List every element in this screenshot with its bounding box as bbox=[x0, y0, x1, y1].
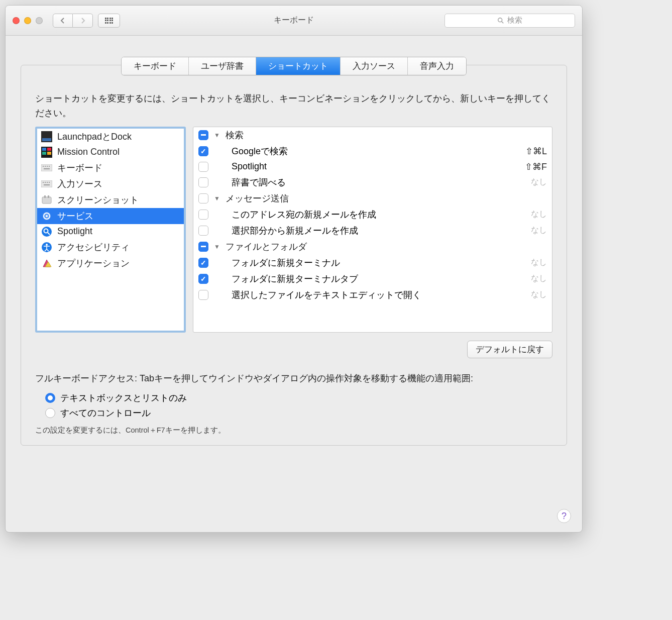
svg-rect-15 bbox=[41, 180, 52, 187]
item-checkbox[interactable] bbox=[198, 226, 208, 236]
shortcut-item-2-0[interactable]: フォルダに新規ターミナルなし bbox=[193, 255, 552, 271]
window-title: キーボード bbox=[274, 15, 314, 26]
tab-2[interactable]: ショートカット bbox=[256, 57, 341, 75]
main-panel: キーボードユーザ辞書ショートカット入力ソース音声入力 ショートカットを変更するに… bbox=[21, 65, 567, 446]
shortcut-item-2-2[interactable]: 選択したファイルをテキストエディットで開くなし bbox=[193, 287, 552, 303]
item-shortcut[interactable]: なし bbox=[531, 225, 547, 236]
svg-rect-19 bbox=[49, 182, 50, 183]
svg-rect-11 bbox=[45, 166, 46, 167]
svg-rect-17 bbox=[45, 182, 46, 183]
svg-rect-13 bbox=[49, 166, 50, 167]
spotlight-icon bbox=[41, 226, 52, 237]
item-label: 選択したファイルをテキストエディットで開く bbox=[213, 289, 526, 301]
tab-4[interactable]: 音声入力 bbox=[408, 57, 466, 75]
shortcut-item-1-1[interactable]: 選択部分から新規メールを作成なし bbox=[193, 223, 552, 239]
help-button[interactable]: ? bbox=[557, 509, 571, 523]
item-shortcut[interactable]: なし bbox=[531, 209, 547, 220]
item-checkbox[interactable] bbox=[198, 162, 208, 172]
group-label: 検索 bbox=[226, 129, 244, 141]
shortcut-list[interactable]: ▼検索Googleで検索⇧⌘LSpotlight⇧⌘F辞書で調べるなし▼メッセー… bbox=[193, 127, 552, 333]
mission-icon bbox=[41, 147, 52, 158]
item-label: 辞書で調べる bbox=[213, 176, 526, 188]
svg-rect-7 bbox=[42, 152, 46, 155]
category-item-4[interactable]: スクリーンショット bbox=[37, 192, 184, 208]
group-label: メッセージ送信 bbox=[226, 192, 289, 204]
category-label: 入力ソース bbox=[57, 178, 102, 190]
search-input[interactable]: 検索 bbox=[444, 14, 575, 28]
shortcut-item-0-1[interactable]: Spotlight⇧⌘F bbox=[193, 159, 552, 174]
nav-buttons bbox=[53, 14, 93, 28]
radio-button[interactable] bbox=[45, 408, 55, 418]
fka-radio-0[interactable]: テキストボックスとリストのみ bbox=[45, 390, 552, 405]
zoom-window-button[interactable] bbox=[36, 17, 43, 24]
radio-button[interactable] bbox=[45, 393, 55, 403]
preferences-window: キーボード 検索 キーボードユーザ辞書ショートカット入力ソース音声入力 ショート… bbox=[5, 5, 583, 533]
shortcut-item-2-1[interactable]: フォルダに新規ターミナルタブなし bbox=[193, 271, 552, 287]
svg-point-27 bbox=[42, 227, 52, 237]
keyboard-icon bbox=[41, 178, 52, 189]
item-label: このアドレス宛の新規メールを作成 bbox=[213, 209, 526, 221]
svg-rect-18 bbox=[47, 182, 48, 183]
disclosure-triangle-icon[interactable]: ▼ bbox=[213, 195, 220, 202]
shortcut-group-1[interactable]: ▼メッセージ送信 bbox=[193, 190, 552, 206]
category-item-2[interactable]: キーボード bbox=[37, 160, 184, 176]
item-shortcut[interactable]: なし bbox=[531, 177, 547, 187]
chevron-right-icon bbox=[80, 18, 85, 24]
category-item-5[interactable]: サービス bbox=[37, 208, 184, 224]
svg-rect-14 bbox=[44, 168, 50, 169]
item-shortcut[interactable]: ⇧⌘F bbox=[525, 161, 547, 172]
category-item-6[interactable]: Spotlight bbox=[37, 224, 184, 239]
category-item-3[interactable]: 入力ソース bbox=[37, 176, 184, 192]
item-checkbox[interactable] bbox=[198, 290, 208, 300]
group-checkbox[interactable] bbox=[198, 193, 208, 203]
item-shortcut[interactable]: なし bbox=[531, 289, 547, 300]
disclosure-triangle-icon[interactable]: ▼ bbox=[213, 243, 220, 250]
grid-icon bbox=[105, 18, 114, 24]
svg-rect-8 bbox=[47, 152, 51, 155]
category-label: サービス bbox=[57, 210, 93, 222]
screenshot-icon bbox=[41, 194, 52, 205]
tab-1[interactable]: ユーザ辞書 bbox=[189, 57, 256, 75]
shortcut-item-1-0[interactable]: このアドレス宛の新規メールを作成なし bbox=[193, 206, 552, 223]
item-shortcut[interactable]: なし bbox=[531, 257, 547, 268]
full-keyboard-access-label: フルキーボードアクセス: Tabキーを押してウインドウやダイアログ内の操作対象を… bbox=[35, 371, 552, 386]
restore-defaults-button[interactable]: デフォルトに戻す bbox=[467, 341, 552, 358]
svg-rect-23 bbox=[48, 195, 49, 198]
svg-rect-3 bbox=[42, 138, 51, 141]
item-checkbox[interactable] bbox=[198, 146, 208, 156]
shortcut-item-0-2[interactable]: 辞書で調べるなし bbox=[193, 174, 552, 190]
close-window-button[interactable] bbox=[13, 17, 20, 24]
category-label: アクセシビリティ bbox=[57, 241, 130, 253]
radio-label: すべてのコントロール bbox=[60, 407, 151, 419]
fka-radio-1[interactable]: すべてのコントロール bbox=[45, 405, 552, 421]
shortcut-item-0-0[interactable]: Googleで検索⇧⌘L bbox=[193, 143, 552, 159]
radio-label: テキストボックスとリストのみ bbox=[60, 392, 187, 404]
item-checkbox[interactable] bbox=[198, 258, 208, 268]
svg-point-0 bbox=[498, 18, 502, 22]
shortcut-group-2[interactable]: ▼ファイルとフォルダ bbox=[193, 239, 552, 255]
group-checkbox[interactable] bbox=[198, 130, 208, 140]
category-label: アプリケーション bbox=[57, 257, 130, 269]
launchpad-icon bbox=[41, 131, 52, 142]
category-item-1[interactable]: Mission Control bbox=[37, 145, 184, 160]
disclosure-triangle-icon[interactable]: ▼ bbox=[213, 132, 220, 139]
shortcut-group-0[interactable]: ▼検索 bbox=[193, 127, 552, 143]
item-checkbox[interactable] bbox=[198, 210, 208, 220]
minimize-window-button[interactable] bbox=[24, 17, 31, 24]
instruction-text: ショートカットを変更するには、ショートカットを選択し、キーコンビネーションをクリ… bbox=[35, 91, 552, 121]
category-item-7[interactable]: アクセシビリティ bbox=[37, 239, 184, 255]
category-item-8[interactable]: アプリケーション bbox=[37, 255, 184, 271]
category-list[interactable]: LaunchpadとDockMission Controlキーボード入力ソースス… bbox=[35, 127, 186, 333]
category-item-0[interactable]: LaunchpadとDock bbox=[37, 129, 184, 145]
item-checkbox[interactable] bbox=[198, 177, 208, 187]
back-button[interactable] bbox=[53, 14, 73, 28]
tab-3[interactable]: 入力ソース bbox=[341, 57, 408, 75]
item-shortcut[interactable]: ⇧⌘L bbox=[525, 146, 547, 157]
show-all-button[interactable] bbox=[98, 14, 120, 28]
item-checkbox[interactable] bbox=[198, 274, 208, 284]
group-checkbox[interactable] bbox=[198, 242, 208, 252]
forward-button[interactable] bbox=[73, 14, 93, 28]
tab-0[interactable]: キーボード bbox=[122, 57, 189, 75]
item-shortcut[interactable]: なし bbox=[531, 273, 547, 284]
svg-rect-5 bbox=[42, 148, 46, 151]
